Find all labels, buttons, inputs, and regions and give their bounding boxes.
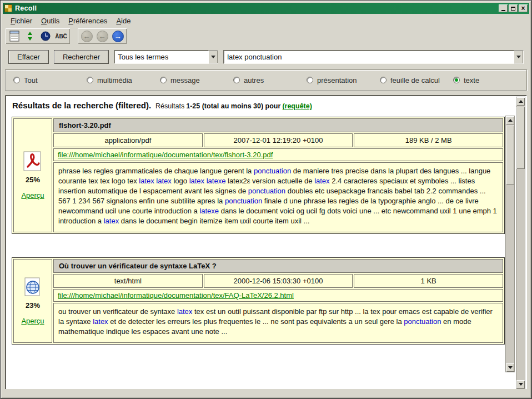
search-button[interactable]: Rechercher <box>54 50 109 64</box>
results-area: Résultats de la recherche (filtered).Rés… <box>5 95 527 391</box>
term-mode-dropdown-button[interactable] <box>208 51 218 63</box>
chevron-down-icon <box>516 56 521 58</box>
result-url-cell: file:///home/michael/informatique/docume… <box>53 148 503 161</box>
forward-arrow-icon: → <box>112 31 124 42</box>
scrollbar-thumb[interactable] <box>516 107 525 169</box>
scroll-down-button[interactable] <box>506 363 514 372</box>
scroll-down-icon <box>519 383 523 386</box>
search-input[interactable] <box>224 51 514 63</box>
result-item: 25%Aperçuflshort-3.20.pdfapplication/pdf… <box>12 117 505 234</box>
result-abstract: phrase les regles grammaticales de chaqu… <box>53 162 503 232</box>
first-page-button[interactable]: ← <box>79 29 94 43</box>
highlighted-term: latex <box>314 177 329 185</box>
toolbar-group-tools: ÂBĈ <box>6 28 70 44</box>
result-date: 2007-12-01 12:19:20 +0100 <box>204 133 353 147</box>
radio-selected-icon <box>453 77 460 83</box>
highlighted-term: latex latexe <box>189 177 226 185</box>
chevron-down-icon <box>211 56 215 58</box>
filter-radio-presentation[interactable]: présentation <box>307 76 380 84</box>
window-controls: × <box>499 4 528 12</box>
sort-button[interactable] <box>23 29 37 43</box>
prev-page-button[interactable]: ← <box>95 29 109 43</box>
menu-item-outils[interactable]: Outils <box>37 16 63 26</box>
highlighted-term: latex <box>93 317 108 326</box>
result-title: flshort-3.20.pdf <box>53 118 503 132</box>
filter-radio-multimedia[interactable]: multimédia <box>87 76 160 84</box>
scroll-down-icon <box>508 366 513 369</box>
term-mode-value: Tous les termes <box>114 51 208 63</box>
term-mode-combobox[interactable]: Tous les termes <box>114 50 218 64</box>
relevance-percentage: 25% <box>14 176 52 184</box>
results-outer-scrollbar[interactable] <box>516 97 525 389</box>
highlighted-term: ponctuation <box>248 187 285 195</box>
result-abstract: ou trouver un verificateur de syntaxe la… <box>53 303 503 343</box>
next-page-button[interactable]: → <box>111 29 125 43</box>
scroll-up-icon <box>508 119 513 122</box>
html-file-icon <box>23 277 43 297</box>
radio-icon <box>13 77 20 83</box>
radio-icon <box>380 77 387 83</box>
result-list-scrollbar[interactable] <box>505 116 515 372</box>
pdf-file-icon <box>23 151 43 171</box>
radio-icon <box>307 77 313 83</box>
close-icon: × <box>521 5 525 12</box>
highlighted-term: ponctuation <box>225 197 262 205</box>
sort-arrows-icon <box>24 30 36 42</box>
result-size: 189 KB / 2 MB <box>354 133 503 147</box>
toolbar-group-nav: ← ← → <box>78 28 127 44</box>
highlighted-term: ponctuation <box>254 167 291 175</box>
filter-label: feuille de calcul <box>390 76 440 84</box>
result-sidebar: 25%Aperçu <box>13 118 52 232</box>
result-url-link[interactable]: file:///home/michael/informatique/docume… <box>58 291 294 300</box>
titlebar[interactable]: Recoll × <box>3 3 529 14</box>
close-button[interactable]: × <box>519 4 528 12</box>
menu-item-fichier[interactable]: Fichier <box>7 16 36 26</box>
results-header: Résultats de la recherche (filtered).Rés… <box>6 96 526 111</box>
minimize-icon <box>501 10 505 11</box>
result-url-link[interactable]: file:///home/michael/informatique/docume… <box>58 151 273 159</box>
clear-button[interactable]: Effacer <box>8 50 49 64</box>
filter-radio-feuille-de-calcul[interactable]: feuille de calcul <box>380 76 453 84</box>
filter-radio-texte[interactable]: texte <box>453 76 479 84</box>
recoll-window: Recoll × FichierOutilsPréférencesAide <box>0 0 532 399</box>
query-history-dropdown-button[interactable] <box>514 51 523 63</box>
preview-link[interactable]: Aperçu <box>21 317 44 325</box>
filter-radio-tout[interactable]: Tout <box>13 76 87 84</box>
filetype-filters: Toutmultimédiamessageautresprésentationf… <box>5 69 527 91</box>
result-mimetype: text/html <box>53 274 203 288</box>
menu-item-aide[interactable]: Aide <box>112 16 134 26</box>
scrollbar-thumb[interactable] <box>506 126 514 184</box>
filter-radio-message[interactable]: message <box>160 76 233 84</box>
document-table-button[interactable] <box>7 29 22 43</box>
spell-abc-icon: ÂBĈ <box>55 33 67 39</box>
filter-radio-autres[interactable]: autres <box>233 76 307 84</box>
scroll-down-button[interactable] <box>516 380 525 388</box>
query-details-link[interactable]: (requête) <box>282 102 312 110</box>
result-mimetype: application/pdf <box>53 133 203 147</box>
back-arrow-icon: ← <box>97 31 108 42</box>
maximize-icon <box>511 7 515 11</box>
preview-link[interactable]: Aperçu <box>21 191 44 200</box>
scroll-up-icon <box>519 100 523 103</box>
result-item: 23%AperçuOù trouver un vérificateur de s… <box>12 257 505 345</box>
results-title: Résultats de la recherche (filtered). <box>12 101 151 110</box>
search-row: Effacer Rechercher Tous les termes <box>8 49 524 64</box>
history-clock-button[interactable] <box>38 29 53 43</box>
scroll-up-button[interactable] <box>516 97 525 106</box>
term-explorer-button[interactable]: ÂBĈ <box>54 29 68 43</box>
filter-label: multimédia <box>97 76 132 84</box>
menubar: FichierOutilsPréférencesAide <box>3 15 529 27</box>
radio-icon <box>160 77 167 83</box>
scroll-up-button[interactable] <box>506 116 514 124</box>
back-arrow-icon: ← <box>81 31 93 42</box>
result-title: Où trouver un vérificateur de syntaxe La… <box>53 259 503 273</box>
maximize-button[interactable] <box>509 4 518 12</box>
filter-label: texte <box>464 76 479 84</box>
status-bar <box>3 389 529 396</box>
highlighted-term: latexe <box>199 207 219 215</box>
filter-label: autres <box>244 76 264 84</box>
menu-item-preferences[interactable]: Préférences <box>64 16 111 26</box>
clock-icon <box>39 30 52 42</box>
minimize-button[interactable] <box>499 4 508 12</box>
recoll-app-icon <box>4 4 12 12</box>
